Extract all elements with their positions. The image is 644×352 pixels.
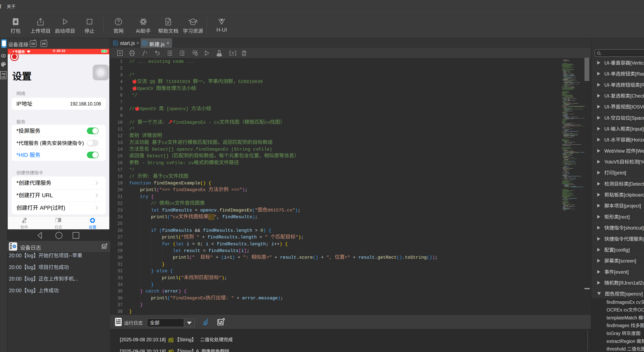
- svg-text:X: X: [232, 51, 234, 55]
- svg-text:*: *: [145, 52, 148, 56]
- svg-text:JS: JS: [114, 42, 116, 44]
- svg-text:JS: JS: [143, 42, 146, 44]
